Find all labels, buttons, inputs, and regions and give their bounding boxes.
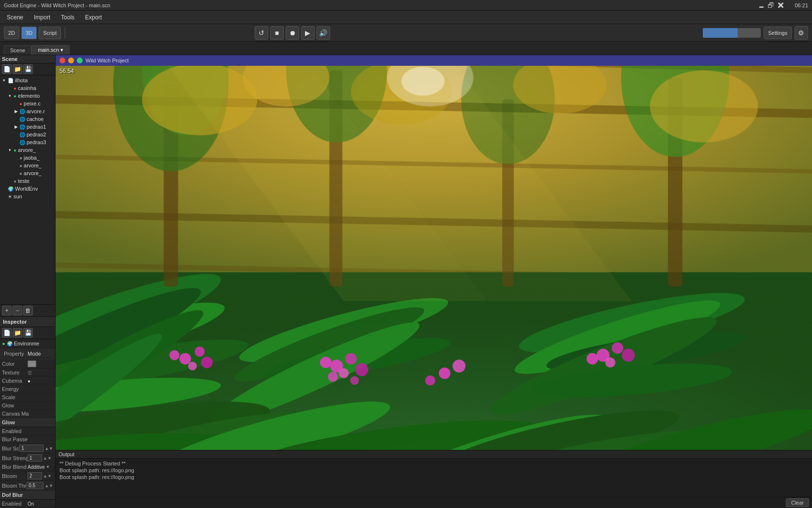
color-swatch[interactable]	[28, 360, 36, 367]
cubemap-value[interactable]: ●	[28, 378, 53, 384]
toolbar-playback: ↺ ■ ⏺ ▶ 🔊	[255, 26, 330, 40]
bloom-input[interactable]	[28, 472, 42, 479]
menu-tools[interactable]: Tools	[56, 13, 79, 22]
node-dot-icon: ●	[14, 148, 16, 153]
blur-strength-value[interactable]: ▲▼	[28, 454, 53, 462]
list-item[interactable]: ▶ 🌐 arvore.r	[0, 107, 55, 115]
cubemap-label: Cubema	[2, 378, 28, 384]
tree-minus-btn[interactable]: −	[13, 306, 22, 315]
texture-value[interactable]: ☰	[28, 370, 53, 375]
node-icon: 🌐	[19, 124, 25, 130]
play-scene-button[interactable]: ▶	[301, 26, 315, 40]
node-label: elemento	[18, 93, 40, 99]
view-3d-button[interactable]: 3D	[21, 27, 37, 39]
glow-enabled-row: Enabled	[0, 427, 55, 435]
refresh-button[interactable]: ↺	[255, 26, 268, 40]
list-item[interactable]: ☀ sun	[0, 193, 55, 200]
color-value[interactable]	[28, 360, 53, 367]
list-item[interactable]: ● arvore_	[0, 169, 55, 177]
inspector-new-btn[interactable]: 📄	[2, 328, 12, 338]
bloom-label: Bloom	[2, 473, 28, 479]
clear-button[interactable]: Clear	[786, 498, 809, 507]
view-2d-button[interactable]: 2D	[4, 27, 19, 39]
win-minimize-btn[interactable]	[68, 58, 74, 63]
list-item[interactable]: ▾ ● elemento	[0, 92, 55, 100]
tree-folder-btn[interactable]: 📁	[13, 64, 22, 74]
bloom-threshold-label: Bloom Threshold	[2, 483, 27, 489]
tree-save-btn[interactable]: 💾	[23, 64, 33, 74]
svg-point-38	[650, 70, 758, 142]
list-item[interactable]: 🌐 pedrao3	[0, 138, 55, 146]
settings-button[interactable]: Settings	[764, 27, 792, 39]
blur-scale-arrow: ▲▼	[44, 446, 53, 451]
list-item[interactable]: ● casinha	[0, 84, 55, 92]
tree-delete-btn[interactable]: 🗑	[23, 306, 33, 315]
bloom-threshold-value[interactable]: ▲▼	[27, 482, 53, 489]
system-icons: 🗕 🗗 🗙	[758, 1, 784, 9]
node-label: pedrao3	[27, 139, 46, 145]
gear-icon[interactable]: ⚙	[795, 26, 808, 40]
dof-enabled-value: On	[28, 501, 53, 507]
node-label: arvore_	[24, 170, 42, 176]
tree-new-btn[interactable]: 📄	[2, 64, 12, 74]
menu-import[interactable]: Import	[29, 13, 55, 22]
settings-area: Settings ⚙	[703, 26, 808, 40]
inspector-save-btn[interactable]: 💾	[23, 328, 33, 338]
inspector-toolbar: 📄 📁 💾	[0, 327, 55, 339]
svg-point-49	[328, 372, 338, 382]
bloom-threshold-input[interactable]	[27, 482, 44, 489]
svg-point-50	[350, 376, 359, 385]
view-script-button[interactable]: Script	[39, 27, 61, 39]
maximize-icon[interactable]: 🗗	[768, 1, 774, 9]
node-type-icon: 🌍	[7, 341, 13, 346]
svg-point-52	[425, 375, 435, 386]
titlebar-controls: 🗕 🗗 🗙 06:21	[758, 1, 808, 9]
blur-strength-input[interactable]	[28, 454, 42, 462]
tabbar: Scene main.scn ▾	[0, 42, 812, 55]
tree-toolbar: 📄 📁 💾	[0, 63, 55, 75]
output-label: Output	[58, 451, 74, 457]
tree-add-btn[interactable]: +	[2, 306, 12, 315]
list-item[interactable]: 🌍 WorldEnv	[0, 185, 55, 193]
audio-button[interactable]: 🔊	[317, 26, 330, 40]
stop-button[interactable]: ■	[270, 26, 284, 40]
menu-export[interactable]: Export	[80, 13, 107, 22]
svg-point-55	[612, 342, 624, 354]
blur-blend-value[interactable]: Additive ▼	[28, 464, 53, 470]
svg-point-51	[439, 368, 450, 379]
bloom-value[interactable]: ▲▼	[28, 472, 53, 479]
list-item[interactable]: ● jaoba_	[0, 154, 55, 162]
output-content: ** Debug Process Started ** Boot splash …	[56, 459, 812, 497]
close-icon[interactable]: 🗙	[777, 1, 784, 9]
blur-passes-label: Blur Passe	[2, 436, 53, 442]
blur-blend-arrow[interactable]: ▼	[46, 464, 50, 469]
blur-blend-row: Blur Blend Mode Additive ▼	[0, 463, 55, 471]
list-item[interactable]: 🌐 pedrao2	[0, 131, 55, 138]
inspector-folder-btn[interactable]: 📁	[13, 328, 22, 338]
list-item[interactable]: ▶ 🌐 pedrao1	[0, 123, 55, 131]
list-item[interactable]: ● teste	[0, 177, 55, 185]
list-item[interactable]: ● peixe.c	[0, 100, 55, 107]
blur-strength-arrow: ▲▼	[43, 456, 52, 461]
property-label: Property	[4, 351, 28, 357]
tree-arrow: ▾	[9, 93, 14, 98]
viewport-window[interactable]: Wild Witch Project 56.54	[56, 55, 812, 450]
list-item[interactable]: ▾ ● arvore_	[0, 146, 55, 154]
scene-tree-label: Scene	[2, 56, 17, 62]
dof-enabled-row: Enabled On	[0, 500, 55, 508]
minimize-icon[interactable]: 🗕	[758, 1, 765, 9]
svg-point-47	[320, 357, 332, 368]
win-close-btn[interactable]	[59, 58, 65, 63]
energy-row: Energy	[0, 385, 55, 393]
list-item[interactable]: ● arvore_	[0, 162, 55, 169]
tab-scene[interactable]: Scene	[4, 45, 31, 55]
inspector-node[interactable]: ● 🌍 Environme	[0, 339, 55, 348]
list-item[interactable]: 🌐 cachoe	[0, 115, 55, 123]
menu-scene[interactable]: Scene	[2, 13, 28, 22]
blur-scale-input[interactable]	[19, 445, 44, 452]
record-button[interactable]: ⏺	[286, 26, 299, 40]
blur-scale-value[interactable]: ▲▼	[19, 445, 53, 452]
tab-main-scn[interactable]: main.scn ▾	[31, 45, 70, 55]
win-maximize-btn[interactable]	[77, 58, 83, 63]
list-item[interactable]: ▾ 📄 ilhota	[0, 76, 55, 84]
